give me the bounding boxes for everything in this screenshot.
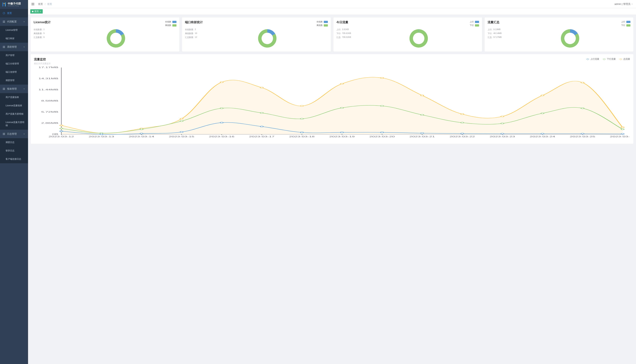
sidebar-item-client-conn-log[interactable]: 客户端连接日志	[0, 155, 28, 163]
svg-point-80	[381, 106, 383, 106]
sidebar-item-license-mgmt[interactable]: License管理	[0, 26, 28, 34]
flow-chart-legend: 上行流量 下行流量 总流量	[586, 58, 630, 61]
breadcrumb: 首页 / 首页	[38, 2, 52, 6]
svg-point-68	[501, 116, 504, 117]
sidebar-label-system: 系统管理	[7, 45, 17, 48]
legend-up-flow[interactable]: 上行流量	[586, 58, 599, 61]
svg-text:2023-03-15: 2023-03-15	[169, 136, 194, 138]
sidebar-item-user-flow-report[interactable]: 用户流量报表	[0, 93, 28, 102]
donut-chart-total	[560, 28, 580, 48]
swatch-blue	[172, 21, 176, 23]
svg-text:5.72MB: 5.72MB	[41, 111, 58, 113]
legend-down: 下行	[621, 24, 630, 27]
swatch-green	[324, 24, 328, 26]
legend-total-flow[interactable]: 总流量	[619, 58, 630, 61]
svg-point-73	[100, 133, 103, 134]
sidebar-item-license-flow-month[interactable]: License流量月度明细	[0, 118, 28, 130]
svg-point-77	[260, 112, 263, 114]
svg-point-93	[300, 132, 303, 133]
sidebar-item-user-mgmt[interactable]: 用户管理	[0, 51, 28, 60]
caret-down-icon	[631, 3, 633, 5]
svg-text:11.44MB: 11.44MB	[39, 89, 58, 91]
sidebar-item-sched-log[interactable]: 调度日志	[0, 138, 28, 146]
swatch-green	[172, 24, 176, 26]
svg-point-84	[541, 113, 544, 114]
brand-name: 中微子代理	[8, 2, 21, 5]
legend-down-flow[interactable]: 下行流量	[602, 58, 616, 61]
sidebar-label-home: 首页	[7, 12, 12, 15]
svg-text:2023-03-16: 2023-03-16	[209, 136, 235, 138]
svg-point-87	[60, 130, 63, 132]
svg-point-100	[581, 133, 584, 134]
svg-point-61	[220, 82, 223, 83]
svg-text:0B: 0B	[52, 133, 58, 135]
svg-rect-3	[4, 21, 5, 22]
sidebar-label-log: 日志管理	[7, 132, 17, 136]
svg-text:2023-03-23: 2023-03-23	[490, 136, 515, 138]
svg-text:14.31MB: 14.31MB	[39, 78, 58, 80]
sidebar-item-port-pool[interactable]: 端口池管理	[0, 68, 28, 76]
legend-up: 上行	[470, 20, 479, 23]
card-title: 流量汇总	[488, 20, 500, 24]
close-icon[interactable]: ×	[40, 10, 41, 13]
svg-text:8.58MB: 8.58MB	[41, 100, 58, 102]
flow-chart-subtitle: 最近15天流量监控	[34, 62, 51, 65]
svg-rect-10	[3, 88, 4, 89]
svg-point-70	[581, 82, 584, 83]
flow-line-chart: 0B2.86MB5.72MB8.58MB11.44MB14.31MB17.17M…	[34, 66, 630, 140]
svg-rect-14	[3, 133, 4, 134]
content-area: License统计 在线数 离线数 在线数量:1 离线数量:5 汇总数量:6	[28, 15, 636, 364]
breadcrumb-root[interactable]: 首页	[38, 2, 43, 6]
svg-text:2023-03-14: 2023-03-14	[129, 136, 154, 138]
tab-home[interactable]: 首页 ×	[30, 9, 43, 14]
user-role: 管理员	[623, 2, 630, 6]
swatch-blue	[626, 21, 630, 23]
grid-icon	[3, 20, 5, 23]
sidebar-item-license-flow-report[interactable]: License流量报表	[0, 102, 28, 110]
card-port-stats: 端口映射统计 在线数 离线数 在线数量:2 离线数量:10 汇总数量:12	[182, 18, 331, 52]
svg-point-62	[260, 87, 263, 88]
sidebar-item-port-mapping[interactable]: 端口映射	[0, 34, 28, 43]
svg-text:2023-03-18: 2023-03-18	[289, 136, 315, 138]
sidebar-item-system-mgmt[interactable]: 系统管理	[0, 43, 28, 51]
grid-icon	[3, 133, 5, 135]
sidebar-item-report-mgmt[interactable]: 报表管理	[0, 84, 28, 93]
sidebar-item-log-mgmt[interactable]: 日志管理	[0, 130, 28, 138]
svg-text:2023-03-24: 2023-03-24	[530, 136, 555, 138]
donut-chart-license	[106, 28, 126, 48]
donut-chart-today	[408, 28, 429, 48]
svg-text:2023-03-17: 2023-03-17	[249, 136, 275, 138]
hamburger-icon[interactable]	[31, 2, 35, 6]
grid-icon	[3, 46, 5, 48]
topbar: 首页 / 首页 admin | 管理员	[28, 0, 636, 8]
svg-point-97	[461, 133, 464, 134]
svg-point-71	[621, 127, 624, 128]
svg-point-67	[461, 114, 464, 115]
chevron-down-icon	[23, 133, 26, 135]
tab-label: 首页	[34, 10, 39, 13]
user-menu[interactable]: admin | 管理员	[614, 2, 633, 6]
sidebar-item-login-log[interactable]: 登录日志	[0, 146, 28, 155]
svg-point-63	[300, 106, 303, 106]
svg-text:2023-03-22: 2023-03-22	[450, 136, 475, 138]
swatch-green	[475, 24, 479, 26]
card-today-flow: 今日流量 上行 下行 上行:3.91KB 下行:705.61KB 汇总:709.…	[333, 18, 482, 52]
svg-point-82	[461, 122, 464, 123]
legend-down: 下行	[470, 24, 479, 27]
tab-active-dot	[32, 11, 34, 12]
sidebar-item-home[interactable]: 首页	[0, 9, 28, 18]
sidebar-item-port-group[interactable]: 端口分组管理	[0, 60, 28, 68]
chevron-down-icon	[23, 46, 26, 48]
svg-point-79	[340, 107, 343, 108]
flow-chart-title: 流量监控	[34, 58, 51, 62]
svg-text:2023-03-21: 2023-03-21	[409, 136, 435, 138]
sidebar-item-proxy-config[interactable]: 代理配置	[0, 18, 28, 26]
svg-rect-16	[3, 134, 4, 135]
sidebar-item-sched-mgmt[interactable]: 调度管理	[0, 76, 28, 84]
svg-point-99	[541, 133, 544, 134]
sidebar-item-user-flow-month[interactable]: 用户流量月度明细	[0, 110, 28, 118]
chevron-down-icon	[23, 20, 26, 23]
svg-point-94	[340, 132, 343, 133]
svg-rect-13	[4, 89, 5, 90]
svg-point-91	[220, 122, 223, 123]
